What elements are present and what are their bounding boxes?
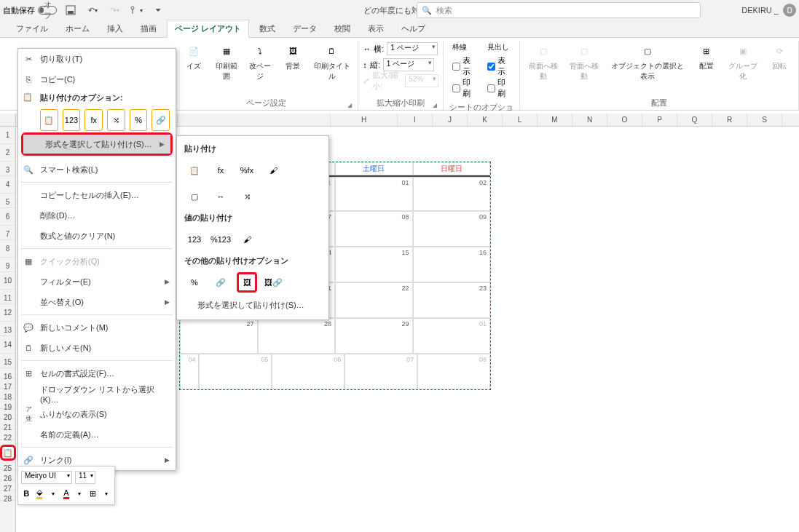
ctx-sort[interactable]: 並べ替え(O)▶ [18,292,176,312]
paste-picture-icon[interactable]: 🖼 [237,272,257,293]
group-icon: ▣ [734,42,752,60]
calendar-day: 05 [261,356,268,363]
fill-color-button[interactable]: ⬙ [34,487,44,500]
rotate-icon: ⟳ [771,42,788,60]
dialog-launcher-icon[interactable]: ◢ [347,102,352,108]
bring-forward-icon: ▢ [535,42,552,60]
calendar-day: 28 [324,320,331,327]
ctx-paste-icons: 📋 123 fx ⤭ % 🔗 [18,106,176,134]
ctx-cut[interactable]: ✂切り取り(T) [18,49,176,69]
height-label: 縦: [370,60,380,71]
qat-customize-icon[interactable]: ⏷ [150,2,166,18]
tab-help[interactable]: ヘルプ [394,20,433,37]
autosave-toggle[interactable]: 自動保存 オフ [3,5,57,16]
ctx-new-note[interactable]: 🗒新しいメモ(N) [18,338,176,358]
borders-button[interactable]: ⊞ [87,487,98,500]
borders-dropdown[interactable]: ▾ [101,487,111,500]
paste-linked-picture-icon[interactable]: 🖼🔗 [263,272,283,293]
font-color-button[interactable]: A [61,487,71,500]
row-headers[interactable]: 1234567891011121314151617181920212223242… [0,127,16,532]
group-button: ▣グループ化 [724,41,762,83]
paste-formulas-number-icon[interactable]: %fx [237,160,257,180]
select-all-corner[interactable] [0,114,16,127]
ctx-smart-lookup[interactable]: 🔍スマート検索(L) [18,159,176,180]
tab-review[interactable]: 校閲 [327,20,358,37]
scale-icon: ⤢ [363,76,369,86]
width-combo[interactable]: 1 ページ [387,42,438,55]
submenu-paste-special-item[interactable]: 形式を選択して貼り付け(S)… [177,295,328,315]
ctx-insert-copied[interactable]: コピーしたセルの挿入(E)… [18,185,176,205]
size-button[interactable]: 📄イズ [179,41,208,73]
ctx-show-phonetic[interactable]: ア亜ふりがなの表示(S) [18,404,176,424]
paste-values-icon[interactable]: 123 [63,109,81,131]
mini-toolbar: Meiryo UI 11 B ⬙ ▾ A ▾ ⊞ ▾ [17,466,115,505]
ctx-new-comment[interactable]: 💬新しいコメント(M) [18,317,176,338]
font-color-dropdown[interactable]: ▾ [74,487,84,500]
dialog-launcher-icon[interactable]: ◢ [433,102,437,108]
tab-draw[interactable]: 描画 [133,20,164,37]
ctx-filter[interactable]: フィルター(E)▶ [18,271,176,292]
paste-transpose-icon[interactable]: ⤭ [107,109,125,131]
breaks-button[interactable]: ⤵改ページ [245,41,275,83]
search-input[interactable]: 🔍 検索 [417,2,701,18]
paste-options-badge[interactable]: 📋 [0,445,16,461]
gridlines-print-checkbox[interactable]: 印刷 [452,77,476,99]
bold-button[interactable]: B [21,487,31,500]
headings-label: 見出し [487,42,511,52]
gridlines-view-checkbox[interactable]: 表示 [452,55,476,77]
paste-transpose-icon[interactable]: ⤭ [237,186,257,207]
ctx-delete[interactable]: 削除(D)… [18,205,176,226]
paste-values-icon[interactable]: 123 [184,229,205,250]
fill-color-dropdown[interactable]: ▾ [48,487,58,500]
paste-values-source-icon[interactable]: 🖌 [237,229,257,250]
ctx-clear[interactable]: 数式と値のクリア(N) [18,226,176,246]
undo-icon[interactable]: ↶▾ [84,2,101,18]
selection-pane-button[interactable]: ▢オブジェクトの選択と表示 [606,41,689,83]
paste-formulas-icon[interactable]: fx [210,160,231,180]
ctx-define-name[interactable]: 名前の定義(A)… [18,424,176,445]
ctx-pick-from-list[interactable]: ドロップダウン リストから選択(K)… [18,384,176,404]
paste-all-icon[interactable]: 📋 [40,109,58,131]
paste-column-width-icon[interactable]: ↔ [210,186,231,207]
paste-link-icon[interactable]: 🔗 [151,109,170,131]
paste-all-icon[interactable]: 📋 [184,160,205,180]
switch-off-icon[interactable]: オフ [38,6,57,15]
save-icon[interactable] [63,2,79,18]
paste-formatting-icon[interactable]: % [184,272,205,293]
tab-file[interactable]: ファイル [9,20,55,37]
font-size-combo[interactable]: 11 [75,471,95,484]
scale-combo: 52% [405,74,438,87]
touch-mode-icon[interactable]: ▾ [128,2,144,18]
user-account[interactable]: DEKIRU _ D [741,4,796,17]
paste-values-number-icon[interactable]: %123 [210,229,231,250]
print-area-button[interactable]: ▦印刷範囲 [211,41,242,83]
ribbon-group-sheet-options: 枠線 表示 印刷 見出し 表示 印刷 シートのオプション◢ [444,41,520,110]
headings-print-checkbox[interactable]: 印刷 [487,77,511,99]
bucket-icon: ⬙ [36,488,42,499]
ctx-format-cells[interactable]: ⊞セルの書式設定(F)… [18,363,176,384]
tab-formulas[interactable]: 数式 [252,20,283,37]
background-button[interactable]: 🖼背景 [278,41,307,73]
paste-formatting-icon[interactable]: % [130,109,148,131]
tab-data[interactable]: データ [286,20,324,37]
paste-link-icon[interactable]: 🔗 [210,272,231,293]
paste-special-submenu: 貼り付け 📋 fx %fx 🖌 ▢ ↔ ⤭ 値の貼り付け 123 %123 🖌 … [176,135,329,320]
paste-no-borders-icon[interactable]: ▢ [184,186,205,207]
print-titles-button[interactable]: 🗒印刷タイトル [310,41,353,83]
tab-view[interactable]: 表示 [361,20,391,37]
send-backward-button: ▢背面へ移動 [565,41,603,83]
svg-rect-1 [68,11,74,14]
ctx-copy[interactable]: ⎘コピー(C) [18,69,176,90]
align-button[interactable]: ⊞配置 [692,41,721,73]
calendar-day: 09 [479,213,487,221]
tab-home[interactable]: ホーム [58,20,97,37]
headings-view-checkbox[interactable]: 表示 [487,55,511,77]
tab-page-layout[interactable]: ページ レイアウト [167,20,249,38]
calendar-day: 06 [334,356,341,363]
ctx-paste-special[interactable]: 形式を選択して貼り付け(S)…▶ [23,135,170,154]
font-name-combo[interactable]: Meiryo UI [21,471,72,484]
svg-point-2 [131,7,134,9]
paste-keep-source-icon[interactable]: 🖌 [263,160,283,180]
paste-formulas-icon[interactable]: fx [84,109,103,131]
tab-insert[interactable]: 挿入 [100,20,130,37]
